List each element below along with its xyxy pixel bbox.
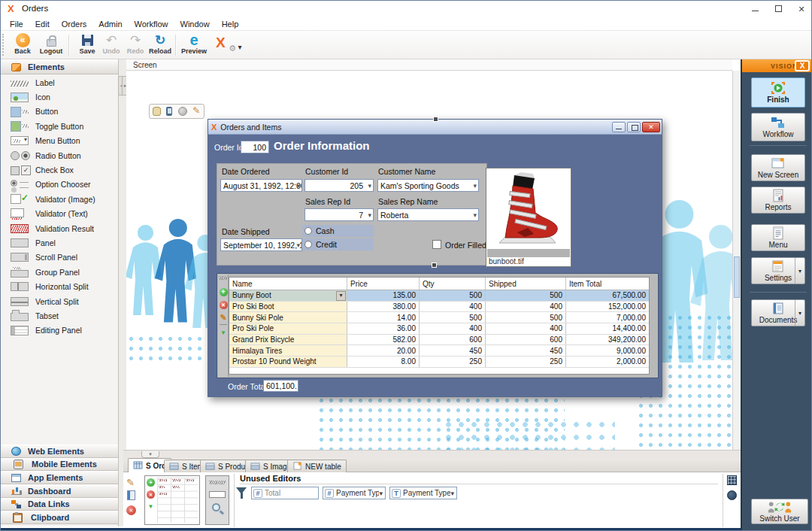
minimize-button[interactable] <box>744 1 766 17</box>
vision-button-settings[interactable]: Settings <box>751 257 805 284</box>
dropdown-arrow-icon[interactable] <box>795 300 804 326</box>
palette-item-menu-button[interactable]: Menu Button <box>1 134 118 148</box>
grid-row[interactable]: Grand Prix Bicycle582.00600600349,200.00 <box>229 335 649 346</box>
grid-row[interactable]: Bunny Boot135.0050050067,500.00 <box>229 290 649 302</box>
resize-handle[interactable] <box>433 117 438 122</box>
notebook-icon[interactable] <box>127 490 135 500</box>
dialog-title-bar[interactable]: X Orders and Items <box>208 120 662 135</box>
order-total-input[interactable]: 601,100. <box>263 380 298 392</box>
dialog-close-button[interactable] <box>642 122 660 132</box>
database-icon[interactable] <box>153 107 161 116</box>
back-button[interactable]: Back <box>8 32 37 55</box>
palette-item-radio-button[interactable]: Radio Button <box>1 148 118 162</box>
maximize-button[interactable] <box>767 1 789 17</box>
customer-name-combo[interactable]: Kam's Sporting Goods <box>377 179 479 192</box>
menu-help[interactable]: Help <box>216 20 245 29</box>
palette-item-tabset[interactable]: Tabset <box>1 308 118 323</box>
add-icon[interactable] <box>147 478 155 487</box>
screen-tab-bar[interactable]: Screen <box>126 59 732 71</box>
collapse-panel-icon[interactable] <box>141 451 159 458</box>
menu-admin[interactable]: Admin <box>92 20 128 29</box>
palette-item-editing-panel[interactable]: Editing Panel <box>1 323 118 338</box>
dialog-minimize-button[interactable] <box>612 122 626 132</box>
customer-id-combo[interactable]: 205 <box>304 179 374 192</box>
grid-row[interactable]: Pro Ski Pole36.0040040014,400.00 <box>229 323 649 335</box>
palette-section-mobile-elements[interactable]: Mobile Elements <box>1 458 118 472</box>
menu-orders[interactable]: Orders <box>56 20 93 29</box>
web-view-icon[interactable] <box>727 490 737 500</box>
menu-workflow[interactable]: Workflow <box>129 20 174 29</box>
logout-button[interactable]: Logout <box>37 32 65 55</box>
grid-row[interactable]: Pro Ski Boot380.00400400152,000.00 <box>229 302 649 313</box>
palette-section-clipboard[interactable]: Clipboard <box>1 511 118 524</box>
dialog-maximize-button[interactable] <box>627 122 641 132</box>
remove-icon[interactable] <box>126 505 136 515</box>
grid-row[interactable]: Bunny Ski Pole14.005005007,000.00 <box>229 312 649 323</box>
menu-edit[interactable]: Edit <box>29 20 56 29</box>
cash-radio[interactable]: Cash <box>302 225 374 237</box>
scrollbar-thumb[interactable] <box>734 256 740 298</box>
vision-button-finish[interactable]: Finish <box>751 77 805 108</box>
unused-editor-payment-type-id[interactable]: #Payment Type Id <box>323 487 386 499</box>
reload-button[interactable]: Reload <box>146 32 174 55</box>
palette-item-group-panel[interactable]: Group Panel <box>1 265 118 279</box>
switch-user-button[interactable]: Switch User <box>751 499 808 524</box>
credit-radio[interactable]: Credit <box>302 238 374 250</box>
toolbar-grip[interactable] <box>2 34 5 56</box>
add-row-icon[interactable] <box>220 288 228 296</box>
palette-item-toggle-button[interactable]: Toggle Button <box>1 119 118 133</box>
vision-button-new-screen[interactable]: New Screen <box>751 154 805 181</box>
table-view-icon[interactable] <box>727 475 737 485</box>
edit-row-icon[interactable] <box>220 314 228 322</box>
unused-editor-payment-type[interactable]: TPayment Type <box>389 487 457 499</box>
palette-item-scroll-panel[interactable]: Scroll Panel <box>1 250 118 265</box>
delete-icon[interactable] <box>147 490 155 499</box>
vision-button-menu[interactable]: Menu <box>751 224 805 251</box>
product-image-panel[interactable]: bunboot.tif <box>486 168 571 267</box>
dropdown-arrow-icon[interactable] <box>795 258 804 284</box>
palette-item-validator-image[interactable]: Validator (Image) <box>1 192 118 206</box>
palette-item-label[interactable]: Label <box>1 75 118 90</box>
tab-new-table[interactable]: NEW table <box>287 460 347 472</box>
move-down-icon[interactable] <box>220 329 228 337</box>
insert-icon[interactable] <box>147 502 155 511</box>
palette-item-check-box[interactable]: Check Box <box>1 162 118 177</box>
sales-rep-name-combo[interactable]: Roberta <box>377 208 479 221</box>
close-button[interactable] <box>790 1 812 17</box>
palette-section-dashboard[interactable]: Dashboard <box>1 484 118 498</box>
preview-button[interactable]: Preview <box>180 32 208 55</box>
palette-item-validator-text[interactable]: Validator (Text) <box>1 207 118 221</box>
editor-preview-widget[interactable] <box>205 475 229 525</box>
delete-row-icon[interactable] <box>220 301 228 309</box>
palette-item-vertical-split[interactable]: Vertical Split <box>1 294 118 308</box>
phone-icon[interactable] <box>166 107 172 116</box>
palette-section-app-elements[interactable]: App Elements <box>1 471 118 484</box>
unused-editor-total[interactable]: #Total <box>251 487 319 499</box>
date-shipped-combo[interactable]: September 10, 1992, 1 <box>220 238 302 251</box>
palette-header-elements[interactable]: Elements <box>1 59 118 74</box>
canvas-vertical-scrollbar[interactable] <box>732 71 741 450</box>
vision-header[interactable]: VISION X <box>742 59 812 72</box>
menu-file[interactable]: File <box>4 20 29 29</box>
vision-button-reports[interactable]: Reports <box>751 187 805 214</box>
bottom-splitter[interactable] <box>123 450 741 458</box>
palette-item-icon[interactable]: Icon <box>1 90 118 104</box>
palette-section-data-links[interactable]: Data Links <box>1 498 118 511</box>
edit-icon[interactable] <box>126 475 137 486</box>
palette-item-option-chooser[interactable]: Option Chooser <box>1 178 118 192</box>
grid-row[interactable]: Prostar 10 Pound Weight8.002502502,000.0… <box>229 357 649 368</box>
globe-icon[interactable] <box>178 107 187 116</box>
date-ordered-combo[interactable]: August 31, 1992, 12:00 <box>220 179 302 192</box>
sales-rep-id-combo[interactable]: 7 <box>304 208 374 221</box>
order-filled-checkbox[interactable] <box>432 240 441 249</box>
table-preview-widget[interactable] <box>144 475 200 525</box>
palette-item-horizontal-split[interactable]: Horizontal Split <box>1 279 118 293</box>
pencil-icon[interactable] <box>192 107 201 116</box>
grid-row[interactable]: Himalaya Tires20.004504509,000.00 <box>229 345 649 357</box>
resize-handle[interactable] <box>432 262 437 268</box>
brand-dropdown-button[interactable] <box>234 39 246 54</box>
palette-section-web-elements[interactable]: Web Elements <box>1 445 118 458</box>
vision-button-documents[interactable]: Documents <box>751 299 805 326</box>
palette-item-validation-result[interactable]: Validation Result <box>1 221 118 235</box>
order-id-input[interactable]: 100 <box>241 141 269 153</box>
